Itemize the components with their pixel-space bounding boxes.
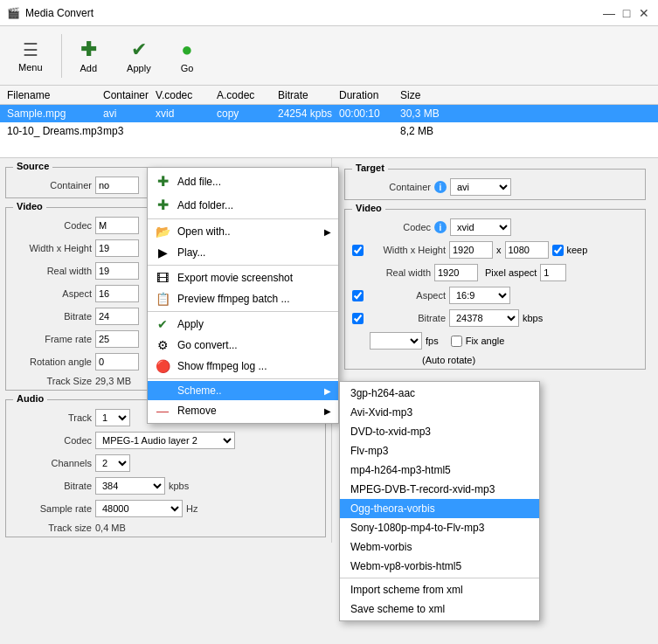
menu-item-scheme[interactable]: Scheme.. ▶ 3gp-h264-aac Avi-Xvid-mp3 DVD… [148, 381, 338, 400]
source-tracksize-value: 29,3 MB [95, 376, 131, 386]
target-fix-angle-checkbox[interactable] [451, 336, 462, 347]
target-codec-select[interactable]: xvid [450, 218, 511, 236]
target-fr-select[interactable] [370, 332, 422, 350]
menu-item-go-convert[interactable]: ⚙ Go convert... [148, 335, 338, 356]
source-acodec-label: Codec [13, 435, 92, 446]
target-height-input[interactable] [505, 241, 549, 259]
target-auto-rotate-label: (Auto rotate) [422, 355, 475, 365]
app-window: 🎬 Media Convert — □ ✕ ☰ Menu ✚ Add ✔ App… [0, 0, 658, 543]
source-channels-label: Channels [13, 458, 92, 468]
source-container-input[interactable] [95, 177, 139, 194]
scheme-item-label-2: DVD-to-xvid-mp3 [350, 426, 431, 438]
screenshot-icon: 🎞 [155, 271, 170, 285]
menu-item-preview-label: Preview ffmpeg batch ... [177, 293, 290, 305]
source-aspect-input[interactable] [95, 285, 139, 302]
menu-item-remove[interactable]: — Remove ▶ [148, 400, 338, 421]
scheme-import-label: Import scheme from xml [350, 584, 463, 596]
scheme-save-label: Save scheme to xml [350, 603, 445, 615]
target-aspect-select[interactable]: 16:9 [449, 287, 510, 304]
source-wh-label: Width x Height [13, 243, 92, 253]
scheme-item-8[interactable]: Webm-vorbis [340, 537, 539, 557]
source-rw-input[interactable] [95, 262, 139, 280]
remove-arrow: ▶ [324, 406, 331, 416]
file-area: Filename Container V.codec A.codec Bitra… [0, 86, 658, 158]
menu-item-go-convert-label: Go convert... [177, 339, 238, 351]
source-samplerate-select[interactable]: 48000 [95, 500, 183, 517]
menu-item-export-screenshot[interactable]: 🎞 Export movie screenshot [148, 267, 338, 288]
menu-item-add-folder[interactable]: ✚ Add folder... [148, 193, 338, 217]
file-acodec: copy [217, 107, 278, 120]
close-button[interactable]: ✕ [637, 6, 651, 20]
title-bar: 🎬 Media Convert — □ ✕ [0, 0, 658, 26]
target-rw-row: Real width Pixel aspect [352, 264, 638, 281]
source-codec-input[interactable] [95, 217, 139, 234]
scheme-item-0[interactable]: 3gp-h264-aac [340, 384, 539, 403]
target-container-info-icon[interactable]: i [434, 181, 447, 193]
target-bitrate-row: Bitrate 24378 kbps [352, 309, 638, 327]
source-width-input[interactable] [95, 239, 139, 257]
scheme-item-label-4: mp4-h264-mp3-html5 [350, 464, 451, 476]
table-row[interactable]: 10-10_ Dreams.mp3 mp3 8,2 MB [0, 122, 658, 140]
show-ffmpeg-icon: 🔴 [155, 359, 170, 373]
title-bar-right: — □ ✕ [602, 6, 651, 20]
target-container-select[interactable]: avi [450, 178, 511, 196]
scheme-item-2[interactable]: DVD-to-xvid-mp3 [340, 422, 539, 441]
scheme-item-9[interactable]: Webm-vp8-vorbis-html5 [340, 557, 539, 576]
scheme-item-1[interactable]: Avi-Xvid-mp3 [340, 403, 539, 422]
target-width-input[interactable] [449, 241, 493, 259]
menu-item-show-ffmpeg[interactable]: 🔴 Show ffmpeg log ... [148, 356, 338, 377]
col-size-header: Size [400, 89, 453, 101]
target-codec-info-icon[interactable]: i [434, 221, 447, 233]
target-video-section: Video Codec i xvid Width x Height x keep [344, 209, 646, 370]
maximize-button[interactable]: □ [620, 6, 634, 20]
menu-item-add-file-label: Add file... [177, 176, 221, 188]
target-rw-input[interactable] [434, 264, 478, 281]
minimize-button[interactable]: — [602, 6, 616, 20]
menu-item-preview-ffmpeg[interactable]: 📋 Preview ffmpeg batch ... [148, 288, 338, 309]
target-pixel-aspect-input[interactable] [540, 264, 566, 281]
scheme-item-4[interactable]: mp4-h264-mp3-html5 [340, 460, 539, 480]
scheme-item-label-9: Webm-vp8-vorbis-html5 [350, 560, 461, 572]
target-aspect-checkbox[interactable] [352, 290, 364, 301]
source-acodec-select[interactable]: MPEG-1 Audio layer 2 [95, 432, 235, 449]
source-channels-select[interactable]: 2 [95, 454, 130, 472]
scheme-item-3[interactable]: Flv-mp3 [340, 441, 539, 460]
source-abitrate-select[interactable]: 384 [95, 477, 165, 495]
source-track-select[interactable]: 1 [95, 409, 130, 426]
source-fr-input[interactable] [95, 330, 139, 348]
menu-item-apply[interactable]: ✔ Apply [148, 314, 338, 335]
menu-item-apply-label: Apply [177, 318, 204, 330]
target-bitrate-checkbox[interactable] [352, 313, 364, 324]
source-samplerate-row: Sample rate 48000 Hz [13, 500, 318, 517]
apply-button[interactable]: ✔ Apply [115, 34, 163, 78]
source-rot-input[interactable] [95, 353, 139, 370]
target-auto-rotate-row: (Auto rotate) [422, 355, 638, 365]
target-wh-checkbox[interactable] [352, 245, 364, 256]
file-container: mp3 [103, 125, 156, 137]
scheme-item-6[interactable]: Ogg-theora-vorbis [340, 499, 539, 518]
target-bitrate-select[interactable]: 24378 [449, 309, 519, 327]
target-keep-checkbox[interactable] [552, 245, 564, 256]
app-title: Media Convert [25, 7, 94, 19]
scheme-item-7[interactable]: Sony-1080p-mp4-to-Flv-mp3 [340, 518, 539, 537]
file-bitrate: 24254 kpbs [278, 107, 339, 120]
source-rw-label: Real width [13, 266, 92, 276]
menu-item-open-with[interactable]: 📂 Open with.. ▶ [148, 221, 338, 242]
file-duration: 00:00:10 [339, 107, 400, 120]
apply-icon: ✔ [131, 38, 147, 61]
source-bitrate-input[interactable] [95, 308, 139, 325]
go-label: Go [181, 63, 194, 73]
menu-button[interactable]: ☰ Menu [7, 35, 54, 77]
scheme-save-item[interactable]: Save scheme to xml [340, 599, 539, 619]
menu-item-play[interactable]: ▶ Play... [148, 242, 338, 263]
add-button[interactable]: ✚ Add [69, 34, 109, 78]
table-row[interactable]: Sample.mpg avi xvid copy 24254 kpbs 00:0… [0, 105, 658, 122]
col-container-header: Container [103, 89, 156, 101]
scheme-item-5[interactable]: MPEG-DVB-T-record-xvid-mp3 [340, 480, 539, 499]
source-abitrate-row: Bitrate 384 kpbs [13, 477, 318, 495]
scheme-item-label-0: 3gp-h264-aac [350, 387, 415, 399]
scheme-import-item[interactable]: Import scheme from xml [340, 580, 539, 599]
menu-item-add-file[interactable]: ✚ Add file... [148, 170, 338, 193]
target-bitrate-label: Bitrate [367, 313, 446, 323]
go-button[interactable]: ● Go [170, 34, 205, 78]
